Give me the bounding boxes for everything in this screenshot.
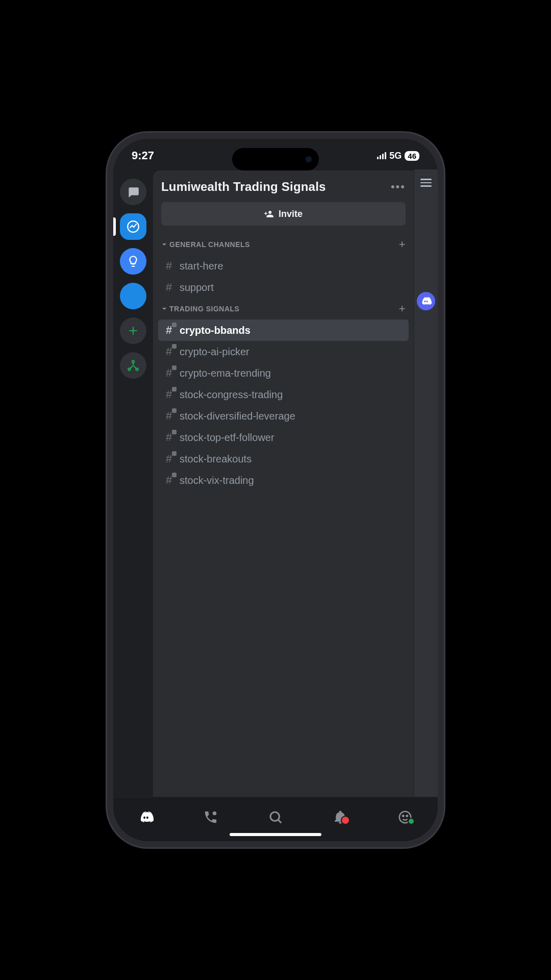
add-channel-icon[interactable]: + (399, 302, 406, 315)
discord-avatar-icon[interactable] (417, 292, 435, 310)
channel-crypto-bbands[interactable]: #crypto-bbands (158, 320, 409, 341)
category-label: TRADING SIGNALS (169, 305, 239, 313)
hash-icon: # (163, 281, 174, 294)
server-title[interactable]: Lumiwealth Trading Signals (161, 180, 326, 194)
add-server[interactable] (120, 317, 146, 344)
app-root: Lumiwealth Trading Signals ••• Invite GE… (113, 169, 438, 841)
channel-crypto-ema-trending[interactable]: #crypto-ema-trending (158, 362, 409, 384)
private-channel-icon: # (163, 366, 174, 380)
dynamic-island (232, 148, 319, 170)
private-channel-icon: # (163, 474, 174, 487)
category-label: GENERAL CHANNELS (169, 240, 250, 249)
tab-servers[interactable] (133, 804, 159, 830)
svg-point-5 (270, 812, 280, 821)
status-right: 5G 46 (377, 151, 419, 161)
category: GENERAL CHANNELS+#start-here#support (153, 234, 414, 298)
channel-support[interactable]: #support (158, 277, 409, 298)
channel-label: crypto-ema-trending (180, 368, 271, 379)
server-header: Lumiwealth Trading Signals ••• (153, 170, 414, 199)
channel-stock-congress-trading[interactable]: #stock-congress-trading (158, 384, 409, 405)
hash-icon: # (163, 259, 174, 273)
tab-calls[interactable] (198, 804, 223, 830)
battery-icon: 46 (405, 151, 419, 161)
category-header[interactable]: GENERAL CHANNELS+ (158, 234, 409, 255)
private-channel-icon: # (163, 452, 174, 465)
channel-label: support (180, 282, 214, 293)
private-channel-icon: # (163, 324, 174, 337)
notification-badge (341, 816, 350, 825)
invite-button[interactable]: Invite (161, 202, 406, 226)
phone-screen: 9:27 5G 46 Lumiwealth Trading Signals (113, 139, 438, 841)
chat-peek[interactable] (414, 169, 438, 797)
private-channel-icon: # (163, 431, 174, 444)
channel-label: stock-diversified-leverage (180, 410, 295, 422)
dm-home[interactable] (120, 179, 146, 205)
channel-stock-top-etf-follower[interactable]: #stock-top-etf-follower (158, 427, 409, 448)
channel-label: stock-vix-trading (180, 475, 254, 486)
category: TRADING SIGNALS+#crypto-bbands#crypto-ai… (153, 298, 414, 491)
svg-point-4 (213, 812, 217, 816)
presence-badge (408, 818, 415, 825)
status-network: 5G (389, 151, 402, 161)
private-channel-icon: # (163, 409, 174, 423)
invite-label: Invite (279, 209, 303, 219)
channel-label: stock-top-etf-follower (180, 432, 274, 444)
tab-you[interactable] (392, 804, 418, 830)
channel-crypto-ai-picker[interactable]: #crypto-ai-picker (158, 341, 409, 362)
add-channel-icon[interactable]: + (399, 238, 406, 251)
channel-panel: Lumiwealth Trading Signals ••• Invite GE… (153, 170, 414, 797)
cell-signal-icon (377, 152, 386, 159)
tab-search[interactable] (263, 804, 288, 830)
tab-notifications[interactable] (328, 804, 353, 830)
channel-label: crypto-ai-picker (180, 346, 249, 358)
private-channel-icon: # (163, 388, 174, 401)
channel-label: crypto-bbands (180, 325, 251, 336)
svg-point-8 (407, 815, 408, 817)
home-indicator[interactable] (230, 833, 321, 836)
svg-point-7 (403, 815, 404, 817)
category-header[interactable]: TRADING SIGNALS+ (158, 298, 409, 320)
channel-stock-breakouts[interactable]: #stock-breakouts (158, 448, 409, 470)
svg-point-1 (132, 360, 134, 362)
server-lumiwealth-ideas[interactable] (120, 248, 146, 275)
chevron-down-icon (161, 306, 167, 312)
more-options-icon[interactable]: ••• (391, 180, 406, 193)
menu-icon[interactable] (420, 177, 432, 189)
channel-stock-diversified-leverage[interactable]: #stock-diversified-leverage (158, 405, 409, 427)
chevron-down-icon (161, 241, 167, 248)
main-area: Lumiwealth Trading Signals ••• Invite GE… (113, 169, 438, 797)
server-blank[interactable] (120, 283, 146, 309)
invite-icon (264, 209, 273, 218)
channel-start-here[interactable]: #start-here (158, 255, 409, 277)
server-lumiwealth-signals[interactable] (120, 213, 146, 240)
channel-label: stock-breakouts (180, 453, 252, 465)
server-rail (113, 169, 153, 797)
channel-stock-vix-trading[interactable]: #stock-vix-trading (158, 470, 409, 491)
status-time: 9:27 (132, 149, 154, 162)
channel-label: stock-congress-trading (180, 389, 283, 401)
discover[interactable] (120, 352, 146, 379)
phone-frame: 9:27 5G 46 Lumiwealth Trading Signals (107, 133, 444, 847)
private-channel-icon: # (163, 345, 174, 358)
channel-label: start-here (180, 260, 223, 272)
